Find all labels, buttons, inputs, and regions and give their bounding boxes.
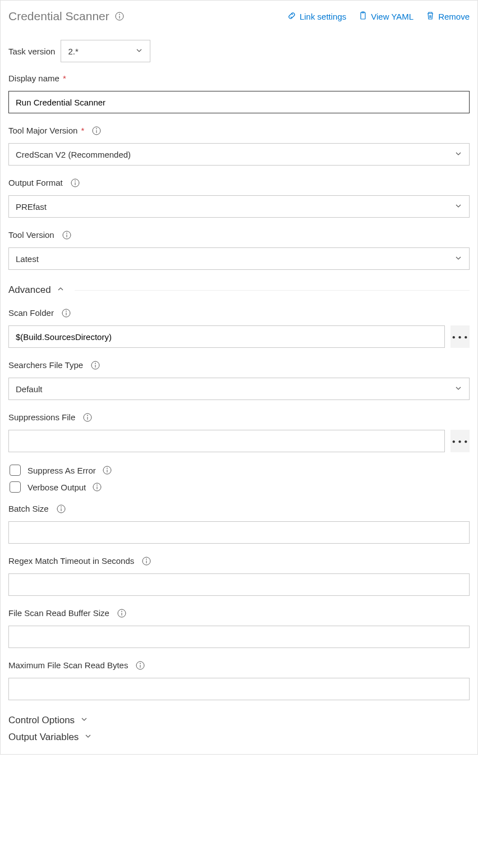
- suppressions-file-browse-button[interactable]: ● ● ●: [451, 430, 470, 452]
- suppressions-file-input[interactable]: [8, 430, 445, 452]
- task-version-select[interactable]: 2.*: [61, 40, 150, 62]
- display-name-group: Display name *: [8, 74, 470, 113]
- output-format-value: PREfast: [16, 202, 47, 212]
- info-icon[interactable]: [91, 361, 100, 370]
- output-variables-label: Output Variables: [8, 732, 79, 743]
- suppress-as-error-checkbox[interactable]: [10, 465, 21, 476]
- output-format-select[interactable]: PREfast: [8, 195, 470, 218]
- svg-point-19: [95, 363, 96, 364]
- batch-size-label: Batch Size: [8, 504, 49, 513]
- output-format-label-row: Output Format: [8, 178, 470, 187]
- info-icon[interactable]: [57, 504, 66, 513]
- searchers-file-type-label: Searchers File Type: [8, 360, 83, 370]
- regex-timeout-label-row: Regex Match Timeout in Seconds: [8, 556, 470, 566]
- regex-timeout-input[interactable]: [8, 573, 470, 596]
- verbose-output-checkbox[interactable]: [10, 481, 21, 493]
- divider: [75, 290, 470, 291]
- trash-icon: [426, 11, 435, 22]
- svg-point-25: [107, 468, 107, 469]
- info-icon[interactable]: [92, 126, 101, 135]
- advanced-section-toggle[interactable]: Advanced: [8, 284, 470, 296]
- tool-major-version-value: CredScan V2 (Recommended): [16, 150, 131, 159]
- tool-version-label: Tool Version: [8, 230, 54, 240]
- tool-version-value: Latest: [16, 254, 39, 264]
- tool-major-version-label-row: Tool Major Version *: [8, 126, 470, 135]
- task-panel: Credential Scanner Link settings View YA…: [0, 0, 478, 755]
- info-icon[interactable]: [136, 661, 145, 670]
- control-options-section-toggle[interactable]: Control Options: [8, 715, 470, 726]
- output-format-label: Output Format: [8, 178, 63, 187]
- info-icon[interactable]: [142, 557, 151, 566]
- suppress-as-error-label: Suppress As Error: [27, 466, 96, 475]
- tool-version-select[interactable]: Latest: [8, 247, 470, 270]
- remove-label: Remove: [438, 12, 470, 21]
- searchers-file-type-value: Default: [16, 384, 43, 394]
- svg-rect-3: [361, 12, 365, 19]
- info-icon[interactable]: [117, 609, 126, 618]
- info-icon[interactable]: [83, 413, 92, 422]
- chevron-down-icon: [84, 732, 92, 743]
- tool-version-group: Tool Version Latest: [8, 230, 470, 270]
- view-yaml-label: View YAML: [371, 12, 413, 21]
- svg-point-40: [140, 663, 141, 664]
- required-indicator: *: [79, 126, 84, 135]
- scan-folder-label-row: Scan Folder: [8, 308, 470, 318]
- file-scan-buffer-input[interactable]: [8, 626, 470, 648]
- info-icon[interactable]: [62, 231, 71, 240]
- link-settings-label: Link settings: [300, 12, 346, 21]
- suppressions-file-label-row: Suppressions File: [8, 412, 470, 422]
- info-icon[interactable]: [62, 309, 71, 318]
- info-icon[interactable]: [93, 483, 102, 492]
- max-file-scan-group: Maximum File Scan Read Bytes: [8, 660, 470, 700]
- chevron-down-icon: [135, 47, 143, 56]
- chevron-down-icon: [454, 384, 462, 394]
- header: Credential Scanner Link settings View YA…: [8, 10, 470, 23]
- link-icon: [287, 11, 296, 22]
- display-name-label-row: Display name *: [8, 74, 470, 83]
- tool-major-version-label: Tool Major Version: [8, 126, 77, 135]
- required-indicator: *: [61, 74, 66, 83]
- suppressions-file-group: Suppressions File ● ● ●: [8, 412, 470, 452]
- file-scan-buffer-label-row: File Scan Read Buffer Size: [8, 608, 470, 618]
- chevron-down-icon: [80, 715, 88, 726]
- suppressions-file-label: Suppressions File: [8, 412, 75, 422]
- batch-size-input[interactable]: [8, 521, 470, 544]
- svg-point-2: [119, 14, 120, 15]
- clipboard-icon: [358, 11, 367, 22]
- svg-point-7: [96, 128, 97, 129]
- max-file-scan-label: Maximum File Scan Read Bytes: [8, 660, 128, 670]
- scan-folder-input[interactable]: [8, 325, 445, 348]
- tool-major-version-select[interactable]: CredScan V2 (Recommended): [8, 143, 470, 166]
- searchers-file-type-select[interactable]: Default: [8, 378, 470, 400]
- scan-folder-browse-button[interactable]: ● ● ●: [451, 325, 470, 348]
- view-yaml-button[interactable]: View YAML: [358, 11, 413, 22]
- searchers-file-type-group: Searchers File Type Default: [8, 360, 470, 400]
- panel-title: Credential Scanner: [8, 10, 109, 23]
- task-version-value: 2.*: [68, 47, 78, 56]
- svg-point-22: [88, 415, 88, 416]
- remove-button[interactable]: Remove: [426, 11, 470, 22]
- task-version-label: Task version: [8, 47, 55, 56]
- info-icon[interactable]: [103, 466, 112, 475]
- max-file-scan-input[interactable]: [8, 678, 470, 700]
- file-scan-buffer-label: File Scan Read Buffer Size: [8, 608, 109, 618]
- tool-version-label-row: Tool Version: [8, 230, 470, 240]
- info-icon[interactable]: [71, 178, 80, 187]
- svg-point-13: [66, 233, 67, 233]
- svg-point-28: [97, 485, 98, 485]
- link-settings-button[interactable]: Link settings: [287, 11, 346, 22]
- svg-point-16: [66, 311, 66, 311]
- suppress-as-error-row: Suppress As Error: [10, 465, 470, 476]
- batch-size-label-row: Batch Size: [8, 504, 470, 513]
- chevron-down-icon: [454, 202, 462, 212]
- verbose-output-label: Verbose Output: [27, 483, 86, 492]
- verbose-output-row: Verbose Output: [10, 481, 470, 493]
- scan-folder-group: Scan Folder ● ● ●: [8, 308, 470, 348]
- task-version-row: Task version 2.*: [8, 40, 470, 62]
- info-icon[interactable]: [115, 12, 124, 21]
- svg-point-34: [146, 559, 147, 559]
- output-format-group: Output Format PREfast: [8, 178, 470, 218]
- chevron-up-icon: [57, 284, 65, 296]
- display-name-input[interactable]: [8, 91, 470, 113]
- output-variables-section-toggle[interactable]: Output Variables: [8, 732, 470, 743]
